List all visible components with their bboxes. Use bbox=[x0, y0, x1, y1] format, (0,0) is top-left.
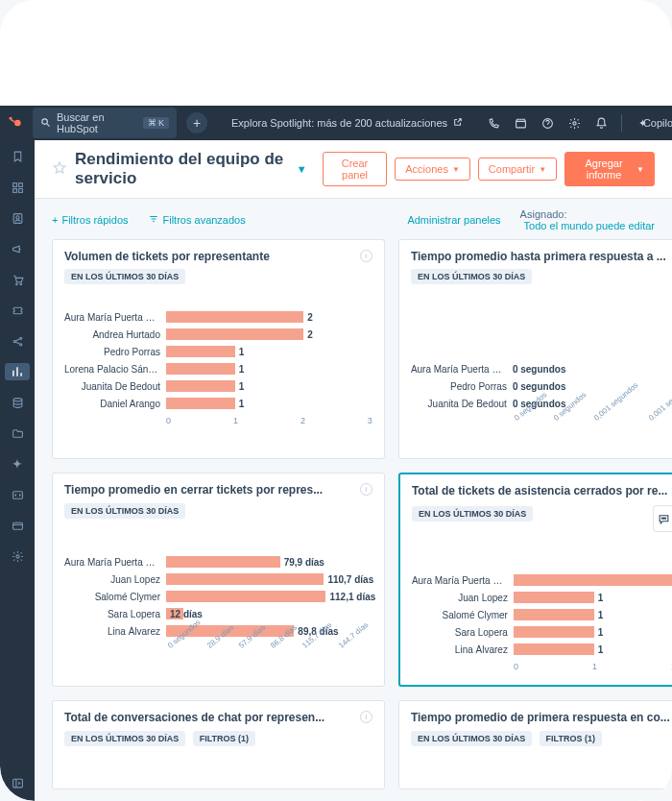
report-card-avg-close-time[interactable]: Tiempo promedio en cerrar tickets por re… bbox=[52, 473, 385, 687]
report-card-avg-first-response-chat[interactable]: Tiempo promedio de primera respuesta en … bbox=[398, 700, 672, 789]
contact-icon[interactable] bbox=[9, 209, 26, 227]
report-card-avg-first-response[interactable]: Tiempo promedio hasta primera respuesta … bbox=[398, 239, 672, 459]
svg-rect-9 bbox=[18, 182, 22, 186]
filters-bar: + Filtros rápidos Filtros avanzados Admi… bbox=[35, 199, 672, 239]
chart-category-label: Juan Lopez bbox=[412, 593, 508, 603]
bookmark-icon[interactable] bbox=[9, 148, 26, 165]
chart-category-label: Salomé Clymer bbox=[412, 610, 508, 620]
create-button[interactable]: + bbox=[186, 112, 207, 134]
chart-value-label: 1 bbox=[239, 364, 245, 375]
page-title[interactable]: Rendimiento del equipo de servicio ▼ bbox=[75, 150, 307, 188]
chart-value-label: 2 bbox=[307, 329, 313, 340]
info-icon[interactable]: i bbox=[360, 483, 372, 496]
date-range-pill[interactable]: EN LOS ÚLTIMOS 30 DÍAS bbox=[411, 269, 532, 284]
date-range-pill[interactable]: EN LOS ÚLTIMOS 30 DÍAS bbox=[412, 506, 533, 522]
dashboard-grid: Volumen de tickets por representante i E… bbox=[35, 239, 672, 801]
chart-category-label: Pedro Porras bbox=[64, 347, 160, 357]
help-icon[interactable] bbox=[540, 116, 554, 130]
svg-point-3 bbox=[42, 118, 48, 123]
chart-value-label: 1 bbox=[239, 399, 245, 409]
cart-icon[interactable] bbox=[9, 271, 26, 288]
chart: Aura María Puerta Esco...79,9 díasJuan L… bbox=[64, 519, 372, 680]
favorite-star-icon[interactable] bbox=[52, 160, 67, 179]
code-icon[interactable] bbox=[9, 486, 26, 503]
hubspot-logo-icon bbox=[6, 114, 23, 132]
date-range-pill[interactable]: EN LOS ÚLTIMOS 30 DÍAS bbox=[64, 269, 185, 284]
search-input[interactable]: Buscar en HubSpot ⌘K bbox=[33, 108, 177, 138]
settings-icon[interactable] bbox=[567, 116, 581, 130]
filters-pill[interactable]: FILTROS (1) bbox=[193, 731, 255, 746]
chart-bar bbox=[166, 363, 235, 375]
page-header: Rendimiento del equipo de servicio ▼ Cre… bbox=[35, 140, 672, 199]
svg-point-16 bbox=[13, 340, 15, 342]
chart-category-label: Sara Lopera bbox=[64, 609, 160, 619]
chart-bar bbox=[514, 592, 594, 603]
chart-bar bbox=[166, 398, 235, 409]
ticket-icon[interactable] bbox=[9, 302, 26, 319]
notifications-icon[interactable] bbox=[594, 116, 608, 130]
card-title: Tiempo promedio hasta primera respuesta … bbox=[411, 250, 672, 263]
chart: Aura María Puerta Esco...2Andrea Hurtado… bbox=[64, 284, 372, 452]
reports-icon[interactable] bbox=[5, 363, 30, 380]
chart-value-label: 1 bbox=[598, 644, 604, 655]
info-icon[interactable]: i bbox=[360, 250, 372, 262]
chart-category-label: Lina Álvarez bbox=[412, 644, 508, 655]
quick-filters-button[interactable]: + Filtros rápidos bbox=[52, 214, 129, 226]
megaphone-icon[interactable] bbox=[9, 240, 26, 257]
svg-point-37 bbox=[663, 518, 664, 519]
chart-category-label: Aura María Puerta Esco... bbox=[64, 312, 160, 323]
search-placeholder: Buscar en HubSpot bbox=[57, 111, 137, 134]
report-card-ticket-volume[interactable]: Volumen de tickets por representante i E… bbox=[52, 239, 385, 459]
chart-category-label: Juan Lopez bbox=[64, 574, 160, 585]
svg-point-38 bbox=[665, 518, 666, 519]
create-panel-button[interactable]: Crear panel bbox=[323, 152, 388, 186]
chart: Aura María Puerta Esco...2Juan Lopez1Sal… bbox=[412, 522, 672, 679]
chart-category-label: Lorena Palacio Sánchez bbox=[64, 364, 160, 375]
chart-category-label: Daniel Arango bbox=[64, 399, 160, 409]
svg-point-36 bbox=[661, 518, 662, 519]
add-report-button[interactable]: Agregar informe▼ bbox=[564, 152, 655, 186]
svg-line-4 bbox=[47, 123, 50, 126]
svg-point-0 bbox=[14, 120, 21, 127]
folder-icon[interactable] bbox=[9, 425, 26, 442]
chart-value-label: 1 bbox=[239, 381, 245, 392]
sparkle-icon[interactable]: ✦ bbox=[9, 455, 26, 473]
date-range-pill[interactable]: EN LOS ÚLTIMOS 30 DÍAS bbox=[64, 731, 185, 746]
share-button[interactable]: Compartir▼ bbox=[478, 158, 557, 181]
marketplace-icon[interactable] bbox=[514, 116, 527, 130]
copilot-button[interactable]: ✦ Copilot bbox=[636, 116, 666, 130]
feedback-tab[interactable] bbox=[653, 505, 672, 532]
chart-value-label: 110,7 días bbox=[327, 574, 373, 585]
filters-pill[interactable]: FILTROS (1) bbox=[540, 731, 602, 746]
gear-icon[interactable] bbox=[9, 547, 26, 565]
svg-rect-2 bbox=[11, 119, 15, 123]
kbd-shortcut: ⌘K bbox=[143, 117, 169, 129]
share-nodes-icon[interactable] bbox=[9, 332, 26, 350]
date-range-pill[interactable]: EN LOS ÚLTIMOS 30 DÍAS bbox=[411, 731, 532, 746]
svg-point-19 bbox=[13, 398, 22, 400]
advanced-filters-button[interactable]: Filtros avanzados bbox=[148, 214, 246, 226]
chart-category-label: Salomé Clymer bbox=[64, 592, 160, 602]
date-range-pill[interactable]: EN LOS ÚLTIMOS 30 DÍAS bbox=[64, 503, 185, 519]
svg-rect-23 bbox=[12, 779, 22, 788]
manage-panels-link[interactable]: Administrar paneles bbox=[407, 214, 500, 226]
report-card-closed-tickets[interactable]: Total de tickets de asistencia cerrados … bbox=[398, 473, 672, 687]
commerce-icon[interactable] bbox=[9, 517, 26, 534]
assigned-value-link[interactable]: Todo el mundo puede editar bbox=[524, 220, 655, 231]
chart-bar bbox=[166, 380, 235, 392]
collapse-icon[interactable] bbox=[9, 774, 26, 791]
phone-icon[interactable] bbox=[487, 116, 500, 130]
chart-category-label: Aura María Puerta Esco... bbox=[64, 557, 160, 568]
report-card-chat-conversations[interactable]: Total de conversaciones de chat por repr… bbox=[52, 700, 385, 789]
chart-category-label: Aura María Puerta Esco... bbox=[412, 575, 508, 586]
svg-point-7 bbox=[572, 121, 575, 124]
svg-rect-11 bbox=[18, 188, 22, 192]
grid-icon[interactable] bbox=[9, 179, 26, 196]
chart: Aura María Puerta Esco...0 segundosPedro… bbox=[411, 284, 672, 452]
info-icon[interactable]: i bbox=[360, 711, 372, 723]
actions-button[interactable]: Acciones▼ bbox=[395, 158, 470, 181]
database-icon[interactable] bbox=[9, 394, 26, 411]
chart-category-label: Aura María Puerta Esco... bbox=[411, 364, 507, 375]
spotlight-link[interactable]: Explora Spotlight: más de 200 actualizac… bbox=[217, 117, 477, 129]
card-title: Tiempo promedio en cerrar tickets por re… bbox=[64, 483, 356, 497]
